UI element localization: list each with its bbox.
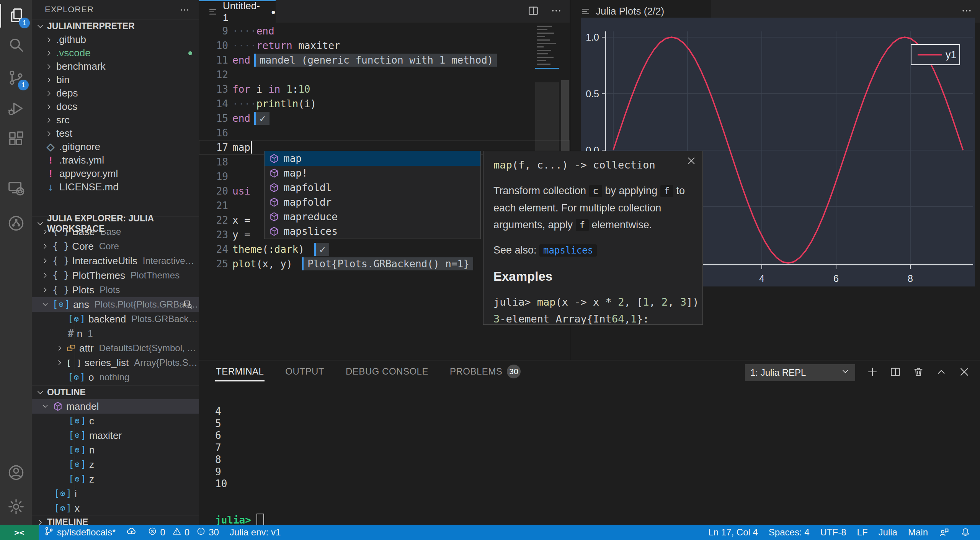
code-line-16[interactable]: 16: [199, 126, 570, 140]
new-terminal-icon[interactable]: [867, 366, 878, 379]
sidebar-more-actions-icon[interactable]: [179, 5, 190, 18]
more-actions-icon[interactable]: [550, 5, 562, 18]
item-label: maxiter: [89, 430, 122, 442]
tree-item-.gitignore[interactable]: ◇.gitignore: [32, 140, 199, 154]
tree-item-.github[interactable]: .github: [32, 33, 199, 46]
tree-item-mandel[interactable]: mandel: [32, 399, 199, 414]
tree-item-maxiter[interactable]: []maxiter: [32, 428, 199, 443]
struct-icon: []: [52, 299, 70, 310]
tree-item-ans[interactable]: []ansPlots.Plot{Plots.GRBack...: [32, 297, 199, 312]
tree-item-attr[interactable]: attrDefaultsDict{Symbol, A...: [32, 341, 199, 355]
statusbar-spaces-4[interactable]: Spaces: 4: [763, 525, 815, 540]
code-line-13[interactable]: 13for i in 1:10: [199, 82, 570, 97]
git-branch[interactable]: sp/isdeflocals*: [39, 525, 121, 540]
tree-item-InteractiveUtils[interactable]: { }InteractiveUtilsInteractiveUtils: [32, 254, 199, 268]
section-header-juliainterpreter[interactable]: JULIAINTERPRETER: [32, 19, 199, 33]
cube-glyph: [269, 168, 279, 178]
tab-untitled-1[interactable]: Untitled-1 ●: [199, 0, 276, 23]
suggest-item-mapslices[interactable]: mapslices: [265, 224, 480, 239]
feedback-button[interactable]: [933, 525, 955, 540]
problems-summary[interactable]: 0 0 30: [142, 525, 224, 540]
terminal-selector[interactable]: 1: Julia REPL: [745, 364, 855, 381]
tree-item-z[interactable]: []z: [32, 472, 199, 486]
cube-glyph: [269, 153, 279, 164]
activitybar-julia-icon[interactable]: [0, 211, 32, 235]
tree-item-z[interactable]: []z: [32, 457, 199, 472]
terminal-output[interactable]: 45678910: [215, 406, 227, 490]
tree-item-test[interactable]: test: [32, 127, 199, 140]
activitybar-remote-explorer-icon[interactable]: [0, 176, 32, 200]
code-line-12[interactable]: 12: [199, 67, 570, 82]
section-header-timeline[interactable]: TIMELINE: [32, 515, 199, 525]
suggest-item-mapreduce[interactable]: mapreduce: [265, 209, 480, 224]
tree-item-n[interactable]: #n1: [32, 326, 199, 341]
item-label: appveyor.yml: [59, 168, 118, 180]
section-header-outline[interactable]: OUTLINE: [32, 385, 199, 399]
mapslices-link[interactable]: mapslices: [539, 244, 597, 257]
statusbar-ln-17-col-4[interactable]: Ln 17, Col 4: [703, 525, 763, 540]
open-preview-icon[interactable]: [183, 299, 193, 309]
split-editor-icon[interactable]: [528, 5, 539, 18]
code-line-9[interactable]: 9····end: [199, 24, 570, 38]
tree-item-series_list[interactable]: [ ]series_listArray{Plots.Seri...: [32, 355, 199, 370]
chevron: [45, 76, 53, 84]
statusbar-julia[interactable]: Julia: [873, 525, 903, 540]
code-line-15[interactable]: 15end✓: [199, 111, 570, 126]
panel-tab-debug-console[interactable]: DEBUG CONSOLE: [345, 361, 429, 382]
activitybar-explorer-icon[interactable]: 1: [0, 4, 33, 28]
statusbar-lf[interactable]: LF: [852, 525, 873, 540]
chevron: [45, 36, 53, 44]
code-line-14[interactable]: 14····println(i): [199, 97, 570, 111]
tree-item-.vscode[interactable]: .vscode: [32, 46, 199, 60]
julia-env[interactable]: Julia env: v1: [224, 525, 286, 540]
more-actions-icon[interactable]: [961, 5, 972, 18]
tree-item-deps[interactable]: deps: [32, 87, 199, 100]
kill-terminal-icon[interactable]: [913, 366, 924, 379]
maximize-panel-icon[interactable]: [936, 366, 947, 379]
section-header-julia-workspace[interactable]: JULIA EXPLORER: JULIA WORKSPACE: [32, 216, 199, 230]
modified-dot-icon: ●: [271, 8, 276, 16]
tree-item-c[interactable]: []c: [32, 414, 199, 428]
tree-item-o[interactable]: []onothing: [32, 370, 199, 385]
tree-item-Core[interactable]: { }CoreCore: [32, 239, 199, 254]
statusbar-utf-8[interactable]: UTF-8: [815, 525, 852, 540]
activitybar-source-control-icon[interactable]: 1: [0, 66, 32, 90]
suggest-item-mapfoldl[interactable]: mapfoldl: [265, 180, 480, 195]
activitybar-extensions-icon[interactable]: [0, 127, 32, 151]
suggest-item-map![interactable]: map!: [265, 166, 480, 180]
tree-item-appveyor.yml[interactable]: !appveyor.yml: [32, 167, 199, 180]
suggest-item-map[interactable]: map: [265, 151, 480, 166]
close-panel-icon[interactable]: [959, 366, 970, 379]
code-line-10[interactable]: 10····return maxiter: [199, 38, 570, 53]
activitybar-run-debug-icon[interactable]: [0, 97, 32, 120]
line-number: 25: [199, 257, 228, 271]
tree-item-backend[interactable]: []backendPlots.GRBackend(): [32, 312, 199, 326]
suggest-label: map: [284, 153, 302, 164]
item-label: src: [56, 114, 70, 126]
suggest-item-mapfoldr[interactable]: mapfoldr: [265, 195, 480, 209]
tree-item-Plots[interactable]: { }PlotsPlots: [32, 283, 199, 297]
code-line-11[interactable]: 11endmandel (generic function with 1 met…: [199, 53, 570, 67]
activitybar-account-icon[interactable]: [0, 461, 32, 484]
tree-item-LICENSE.md[interactable]: ↓LICENSE.md: [32, 180, 199, 194]
sync-button[interactable]: [121, 525, 142, 540]
activitybar-settings-icon[interactable]: [0, 495, 32, 519]
tree-item-PlotThemes[interactable]: { }PlotThemesPlotThemes: [32, 268, 199, 283]
activitybar-search-icon[interactable]: [0, 33, 32, 57]
tree-item-n[interactable]: []n: [32, 443, 199, 457]
tree-item-src[interactable]: src: [32, 113, 199, 127]
remote-indicator[interactable]: ><: [0, 525, 39, 540]
tree-item-x[interactable]: []x: [32, 501, 199, 515]
panel-tab-terminal[interactable]: TERMINAL: [215, 361, 265, 382]
panel-tab-problems[interactable]: PROBLEMS30: [449, 359, 521, 384]
notifications-button[interactable]: [955, 525, 976, 540]
close-icon[interactable]: [686, 156, 696, 167]
tree-item-benchmark[interactable]: benchmark: [32, 60, 199, 73]
split-terminal-icon[interactable]: [890, 366, 901, 379]
tree-item-bin[interactable]: bin: [32, 73, 199, 87]
statusbar-main[interactable]: Main: [903, 525, 933, 540]
tree-item-docs[interactable]: docs: [32, 100, 199, 113]
panel-tab-output[interactable]: OUTPUT: [284, 361, 325, 382]
tree-item-i[interactable]: []i: [32, 486, 199, 501]
tree-item-.travis.yml[interactable]: !.travis.yml: [32, 154, 199, 167]
